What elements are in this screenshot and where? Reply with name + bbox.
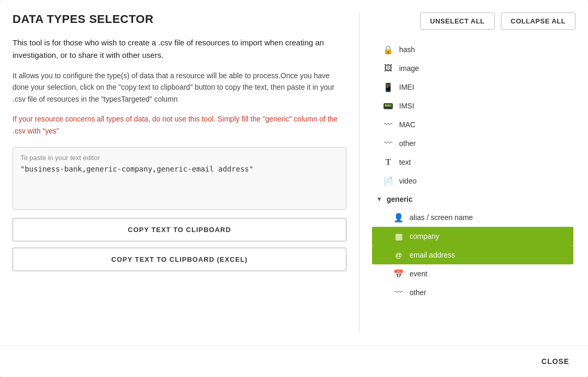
- mac-icon: 〰: [382, 119, 394, 130]
- company-icon: ▦: [393, 230, 404, 242]
- list-item[interactable]: 〰 MAC: [372, 115, 573, 134]
- item-label: video: [399, 177, 416, 185]
- list-item[interactable]: 〰 other: [372, 134, 573, 153]
- item-label: IMSI: [399, 102, 414, 110]
- left-panel: DATA TYPES SELECTOR This tool is for tho…: [13, 13, 346, 345]
- description-secondary: It allows you to configure the type(s) o…: [13, 70, 346, 105]
- item-label: other: [410, 288, 426, 297]
- list-item[interactable]: 🔒 hash: [372, 40, 573, 59]
- collapse-all-button[interactable]: COLLAPSE ALL: [501, 13, 575, 30]
- item-label: other: [399, 139, 416, 148]
- image-icon: 🖼: [382, 63, 394, 74]
- unselect-all-button[interactable]: UNSELECT ALL: [420, 13, 494, 30]
- alias-icon: 👤: [393, 212, 404, 223]
- right-header: UNSELECT ALL COLLAPSE ALL: [372, 13, 575, 30]
- item-label: hash: [399, 45, 415, 54]
- list-item[interactable]: 🖼 image: [372, 59, 573, 78]
- list-item-company[interactable]: ▦ company: [372, 227, 573, 246]
- list-item-email[interactable]: @ email address: [372, 246, 573, 264]
- other-generic-icon: 〰: [393, 287, 404, 298]
- copy-to-clipboard-excel-button[interactable]: COPY TEXT TO CLIPBOARD (EXCEL): [13, 248, 346, 271]
- copy-to-clipboard-button[interactable]: COPY TEXT TO CLIPBOARD: [13, 218, 346, 241]
- item-label: event: [410, 270, 427, 278]
- item-label: alias / screen name: [410, 213, 473, 222]
- right-panel: UNSELECT ALL COLLAPSE ALL 🔒 hash 🖼 image…: [372, 13, 575, 345]
- imsi-icon: 📟: [382, 100, 394, 112]
- item-label: MAC: [399, 120, 415, 129]
- list-item[interactable]: 📟 IMSI: [372, 96, 573, 115]
- page-title: DATA TYPES SELECTOR: [13, 13, 346, 26]
- group-generic-items: 👤 alias / screen name ▦ company @ email …: [372, 208, 573, 302]
- text-editor-value: "business-bank,generic-company,generic-e…: [20, 165, 339, 173]
- list-item-other-generic[interactable]: 〰 other: [372, 283, 573, 302]
- modal-footer: CLOSE: [0, 345, 588, 377]
- list-item[interactable]: 📱 IMEI: [372, 78, 573, 96]
- description-warning: If your resource concerns all types of d…: [13, 113, 346, 137]
- chevron-down-icon: ▼: [374, 194, 385, 204]
- modal-container: DATA TYPES SELECTOR This tool is for tho…: [0, 0, 588, 377]
- list-item[interactable]: 📄 video: [372, 172, 573, 190]
- list-item-event[interactable]: 📅 event: [372, 264, 573, 283]
- list-item[interactable]: T text: [372, 153, 573, 172]
- event-icon: 📅: [393, 268, 404, 279]
- data-list: 🔒 hash 🖼 image 📱 IMEI 📟 IMSI 〰 MAC: [372, 40, 575, 345]
- hash-icon: 🔒: [382, 44, 394, 55]
- description-main: This tool is for those who wish to creat…: [13, 37, 346, 62]
- video-icon: 📄: [382, 175, 394, 187]
- text-editor-box: To paste in your text editor "business-b…: [13, 147, 346, 210]
- close-button[interactable]: CLOSE: [535, 354, 575, 369]
- modal-body: DATA TYPES SELECTOR This tool is for tho…: [0, 0, 588, 345]
- list-item[interactable]: 👤 alias / screen name: [372, 208, 573, 227]
- item-label: image: [399, 64, 419, 72]
- imei-icon: 📱: [382, 81, 394, 93]
- item-label: email address: [410, 251, 455, 259]
- email-icon: @: [393, 249, 404, 261]
- item-label: text: [399, 158, 411, 166]
- vertical-divider: [359, 13, 359, 333]
- item-label: IMEI: [399, 83, 414, 91]
- group-generic-header[interactable]: ▼ generic: [372, 190, 573, 208]
- other-icon: 〰: [382, 138, 394, 149]
- item-label: company: [410, 232, 439, 240]
- group-generic-label: generic: [387, 195, 413, 203]
- text-editor-label: To paste in your text editor: [20, 154, 339, 162]
- text-icon: T: [382, 156, 394, 168]
